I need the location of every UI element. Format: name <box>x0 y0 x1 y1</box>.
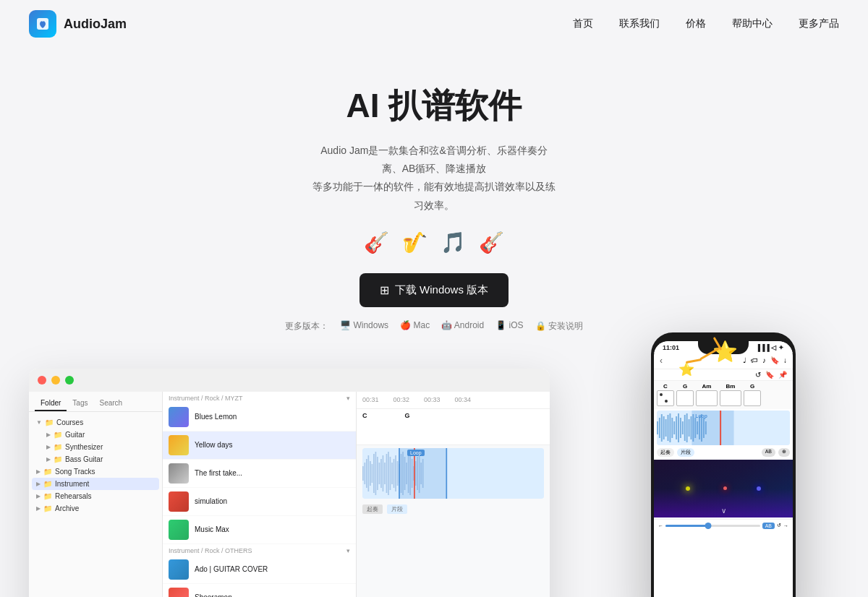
file-item-simulation[interactable]: simulation <box>163 488 356 516</box>
version-windows[interactable]: 🖥️ Windows <box>340 320 388 332</box>
file-thumb <box>169 435 189 455</box>
svg-rect-52 <box>680 418 681 438</box>
tree-guitar[interactable]: ▶ 📁 Guitar <box>32 429 159 441</box>
svg-rect-46 <box>668 415 669 441</box>
toolbar-icon-tune[interactable]: ♩ <box>743 356 746 364</box>
arrow-icon: ▶ <box>36 493 41 499</box>
tree-label-bass: Bass Guitar <box>65 455 103 463</box>
svg-rect-54 <box>684 415 686 441</box>
toolbar-icon-bookmark[interactable]: 🔖 <box>770 356 779 364</box>
toolbar-icon-loop[interactable]: ↺ <box>755 371 761 379</box>
svg-rect-47 <box>669 413 671 442</box>
arrow-icon: ▶ <box>46 456 51 463</box>
svg-rect-19 <box>393 459 395 488</box>
tree-courses[interactable]: ▼ 📁 Courses <box>32 416 159 429</box>
desktop-body: Folder Tags Search ▼ 📁 Courses ▶ 📁 Guita… <box>29 392 550 597</box>
tag-ab[interactable]: AB <box>762 448 775 457</box>
version-mac[interactable]: 🍎 Mac <box>400 320 430 332</box>
tree-label-courses: Courses <box>56 418 83 426</box>
file-item-first-take[interactable]: The first take... <box>163 460 356 488</box>
minimize-dot[interactable] <box>51 376 60 385</box>
tree-label-rehearsals: Rehearsals <box>55 492 92 500</box>
version-install[interactable]: 🔒 安装说明 <box>535 320 583 332</box>
download-windows-button[interactable]: ⊞ 下载 Windows 版本 <box>359 273 509 307</box>
file-item-music-max[interactable]: Music Max <box>163 516 356 544</box>
label-intro: 起奏 <box>362 504 383 514</box>
tag-intro[interactable]: 起奏 <box>657 448 674 457</box>
file-name: Sheeramon <box>195 593 232 597</box>
tree-song-tracks[interactable]: ▶ 📁 Song Tracks <box>32 465 159 478</box>
mobile-waveform: Loop <box>657 411 790 445</box>
waveform-svg <box>362 448 544 499</box>
file-item-yellow-days[interactable]: Yellow days <box>163 431 356 460</box>
file-thumb <box>169 520 189 540</box>
video-expand-icon[interactable]: ∨ <box>721 507 726 515</box>
version-android[interactable]: 🤖 Android <box>441 320 484 332</box>
file-thumb <box>169 463 189 484</box>
nav-pricing[interactable]: 价格 <box>686 17 706 30</box>
toolbar-icon-download[interactable]: ↓ <box>783 356 787 364</box>
sidebar-tabs: Folder Tags Search <box>29 392 162 412</box>
chord-g: G <box>676 383 694 407</box>
tab-tags[interactable]: Tags <box>67 396 93 411</box>
svg-rect-2 <box>362 466 364 481</box>
close-dot[interactable] <box>38 376 46 385</box>
maximize-dot[interactable] <box>65 376 74 385</box>
chords-row: C G <box>357 409 550 445</box>
svg-rect-15 <box>386 454 388 493</box>
svg-rect-55 <box>686 413 688 442</box>
nav-more[interactable]: 更多产品 <box>799 17 839 30</box>
tree-label-song-tracks: Song Tracks <box>55 468 95 476</box>
svg-rect-44 <box>663 416 665 439</box>
file-name: Ado | GUITAR COVER <box>195 565 268 573</box>
svg-rect-51 <box>678 413 679 442</box>
tree-instrument[interactable]: ▶ 📁 Instrument <box>32 478 159 490</box>
chord-c: C <box>657 383 674 407</box>
svg-rect-49 <box>673 421 675 434</box>
file-item-sheeramon[interactable]: Sheeramon <box>163 584 356 597</box>
logo-area: AudioJam <box>29 10 127 38</box>
control-next[interactable]: → <box>783 523 788 528</box>
back-icon[interactable]: ‹ <box>660 356 663 366</box>
svg-rect-42 <box>659 418 660 438</box>
desktop-app-mockup: Folder Tags Search ▼ 📁 Courses ▶ 📁 Guita… <box>29 369 550 597</box>
file-item-blues-lemon[interactable]: Blues Lemon <box>163 403 356 431</box>
mobile-app-mockup: 11:01 ▐▐▐ ◁ ✦ ‹ ♩ 🏷 ♪ 🔖 ↓ ↺ 🔖 📌 <box>651 332 796 597</box>
tree-synthesizer[interactable]: ▶ 📁 Synthesizer <box>32 441 159 453</box>
svg-rect-53 <box>682 421 684 434</box>
nav-home[interactable]: 首页 <box>573 17 593 30</box>
loop-button[interactable]: ↺ <box>777 523 781 528</box>
nav-help[interactable]: 帮助中心 <box>732 17 773 30</box>
file-name: Yellow days <box>195 441 232 449</box>
mobile-video-area: ∨ <box>654 460 793 517</box>
ab-button[interactable]: AB <box>762 523 775 529</box>
tag-main[interactable]: 片段 <box>677 448 694 457</box>
windows-icon: ⊞ <box>380 283 389 297</box>
file-name: simulation <box>195 497 227 505</box>
status-icons: ▐▐▐ ◁ ✦ <box>756 344 784 351</box>
toolbar-icon-pin[interactable]: 📌 <box>778 371 787 379</box>
tab-search[interactable]: Search <box>93 396 128 411</box>
version-ios[interactable]: 📱 iOS <box>495 320 523 332</box>
timeline-header: 00:3100:3200:3300:34 <box>357 392 550 409</box>
progress-bar[interactable] <box>665 525 760 527</box>
control-prev[interactable]: ← <box>658 523 663 528</box>
tree-bass-guitar[interactable]: ▶ 📁 Bass Guitar <box>32 453 159 465</box>
tree-archive[interactable]: ▶ 📁 Archive <box>32 502 159 515</box>
tag-pin[interactable]: ⊕ <box>778 448 790 457</box>
video-content <box>661 467 786 510</box>
tree-rehearsals[interactable]: ▶ 📁 Rehearsals <box>32 490 159 502</box>
toolbar-icon-music[interactable]: ♪ <box>762 356 766 364</box>
folder-icon: 📁 <box>43 504 52 512</box>
toolbar-icon-tag[interactable]: 🏷 <box>751 356 758 364</box>
svg-text:Loop: Loop <box>695 413 707 419</box>
arrow-icon: ▼ <box>36 419 42 426</box>
nav-contact[interactable]: 联系我们 <box>619 17 660 30</box>
svg-rect-18 <box>391 463 393 484</box>
tab-folder[interactable]: Folder <box>35 396 67 411</box>
tree-label-archive: Archive <box>55 504 79 512</box>
toolbar-icon-bookmark2[interactable]: 🔖 <box>765 371 774 379</box>
file-item-ado[interactable]: Ado | GUITAR COVER <box>163 556 356 584</box>
hero-section: AI 扒谱软件 Audio Jam是一款集合和弦&音调分析、乐器伴奏分离、AB循… <box>0 48 868 354</box>
tree-label-guitar: Guitar <box>65 431 85 439</box>
